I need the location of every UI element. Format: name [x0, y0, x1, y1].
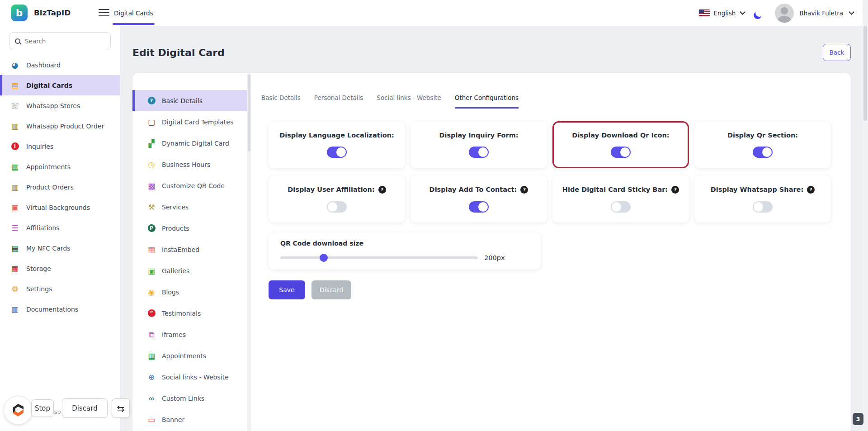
- banner-icon: ▭: [147, 415, 156, 424]
- item-label: Settings: [26, 285, 52, 293]
- toggle-switch-display-inquiry-form[interactable]: [469, 147, 489, 158]
- menu-item-digital-card-templates[interactable]: ▢Digital Card Templates: [132, 111, 247, 133]
- brand[interactable]: b BizTapID: [11, 5, 71, 21]
- recorder-logo-icon[interactable]: [4, 396, 33, 425]
- qr-size-label: QR Code download size: [280, 240, 530, 247]
- sidebar-item-affiliations[interactable]: ☰Affiliations: [0, 218, 120, 238]
- help-icon[interactable]: ?: [378, 186, 386, 194]
- toggle-switch-hide-digital-card-sticky-bar[interactable]: [611, 201, 631, 213]
- avatar: [775, 4, 794, 23]
- toggle-label: Display Whatsapp Share:: [711, 186, 803, 193]
- product-circle-icon: P: [147, 224, 156, 232]
- coins-icon: ☰: [10, 223, 19, 232]
- sidebar-item-inquiries[interactable]: iInquiries: [0, 136, 120, 156]
- active-tab-underline: [113, 23, 155, 25]
- sidebar-item-whatsapp-product-order[interactable]: ▥Whatsapp Product Order: [0, 116, 120, 136]
- sidebar-item-documentations[interactable]: ▥Documentations: [0, 299, 120, 319]
- globe-icon: ⊕: [147, 373, 156, 382]
- calendar-icon: ▦: [10, 162, 19, 171]
- help-icon[interactable]: ?: [671, 186, 679, 194]
- book-icon: ▥: [10, 305, 19, 314]
- topnav-tab-digital-cards[interactable]: Digital Cards: [114, 0, 153, 26]
- menu-item-iframes[interactable]: ⧉Iframes: [132, 324, 247, 345]
- menu-item-galleries[interactable]: ▣Galleries: [132, 260, 247, 281]
- edit-card-panel: ?Basic Details▢Digital Card Templates▞Dy…: [132, 73, 851, 431]
- item-label: Customize QR Code: [162, 182, 225, 189]
- sidebar-nav: ◕Dashboard▤Digital Cards☏Whatsapp Stores…: [0, 55, 120, 319]
- item-label: Business Hours: [162, 161, 210, 168]
- qr-size-slider[interactable]: [280, 256, 478, 259]
- toggle-card-display-download-qr-icon: Display Download Qr Icon:: [552, 121, 689, 168]
- search-input[interactable]: [25, 38, 79, 45]
- sidebar-item-digital-cards[interactable]: ▤Digital Cards: [0, 75, 120, 95]
- menu-item-blogs[interactable]: ◉Blogs: [132, 281, 247, 303]
- item-label: Products: [162, 225, 189, 232]
- language-selector[interactable]: English: [699, 9, 744, 17]
- menu-item-appointments[interactable]: ▦Appointments: [132, 345, 247, 366]
- toggle-switch-display-whatsapp-share[interactable]: [753, 201, 773, 213]
- toggle-label: Display Language Localization:: [279, 132, 394, 139]
- toggle-switch-display-user-affiliation[interactable]: [327, 201, 347, 213]
- sidebar-item-virtual-backgrounds[interactable]: ▣Virtual Backgrounds: [0, 197, 120, 218]
- menu-item-custom-links[interactable]: ∞Custom Links: [132, 388, 247, 409]
- page-scrollbar[interactable]: [863, 0, 868, 431]
- sidebar-item-whatsapp-stores[interactable]: ☏Whatsapp Stores: [0, 95, 120, 116]
- qr-size-card: QR Code download size 200px: [269, 232, 541, 270]
- toggle-switch-display-language-localization[interactable]: [327, 147, 347, 158]
- discard-button[interactable]: Discard: [311, 280, 351, 299]
- tab-other-configurations[interactable]: Other Configurations: [455, 94, 519, 109]
- sidebar-item-appointments[interactable]: ▦Appointments: [0, 156, 120, 177]
- sidebar-item-my-nfc-cards[interactable]: ▤My NFC Cards: [0, 238, 120, 258]
- menu-item-banner[interactable]: ▭Banner: [132, 409, 247, 430]
- storage-icon: ▦: [10, 264, 19, 273]
- user-menu[interactable]: Bhavik Fuletra: [775, 4, 853, 23]
- dark-mode-moon-icon[interactable]: [755, 8, 764, 18]
- menu-item-social-links-website[interactable]: ⊕Social links - Website: [132, 366, 247, 388]
- page-title: Edit Digital Card: [132, 47, 225, 58]
- toggle-switch-display-qr-section[interactable]: [753, 147, 773, 158]
- overlay-discard-button[interactable]: Discard: [62, 398, 108, 418]
- sidebar-item-dashboard[interactable]: ◕Dashboard: [0, 55, 120, 75]
- biztapid-logo-icon: b: [11, 5, 28, 21]
- help-icon[interactable]: ?: [807, 186, 815, 194]
- toggle-label: Display Inquiry Form:: [439, 132, 518, 139]
- menu-item-services[interactable]: ⚒Services: [132, 196, 247, 218]
- form-actions: Save Discard: [269, 280, 851, 299]
- item-label: Whatsapp Product Order: [26, 123, 104, 130]
- crop-icon: ⧉: [147, 330, 156, 339]
- menu-item-instaembed[interactable]: ▦InstaEmbed: [132, 239, 247, 260]
- menu-item-testimonials[interactable]: ”Testimonials: [132, 303, 247, 324]
- tab-personal-details[interactable]: Personal Details: [314, 94, 363, 109]
- menu-item-dynamic-digital-card[interactable]: ▞Dynamic Digital Card: [132, 133, 247, 154]
- help-icon[interactable]: ?: [520, 186, 528, 194]
- menu-item-basic-details[interactable]: ?Basic Details: [132, 90, 247, 111]
- back-button[interactable]: Back: [823, 44, 851, 61]
- tab-basic-details[interactable]: Basic Details: [261, 94, 301, 109]
- toggle-label: Display Download Qr Icon:: [572, 132, 669, 139]
- tab-social-links-website[interactable]: Social links - Website: [377, 94, 441, 109]
- save-button[interactable]: Save: [269, 280, 305, 299]
- card-menu: ?Basic Details▢Digital Card Templates▞Dy…: [132, 90, 247, 430]
- hamburger-menu-icon[interactable]: [99, 9, 109, 19]
- swap-arrows-icon[interactable]: ⇆: [112, 398, 130, 418]
- sidebar-item-settings[interactable]: ⚙Settings: [0, 279, 120, 299]
- calendar-check-icon: ▦: [147, 351, 156, 360]
- gear-icon: ⚙: [10, 284, 19, 294]
- menu-item-business-hours[interactable]: ◷Business Hours: [132, 154, 247, 175]
- toggle-switch-display-download-qr-icon[interactable]: [611, 147, 631, 158]
- search-box[interactable]: [9, 32, 111, 50]
- rss-icon: ◉: [147, 288, 156, 297]
- menu-item-customize-qr-code[interactable]: ▩Customize QR Code: [132, 175, 247, 196]
- item-label: My NFC Cards: [26, 245, 71, 252]
- sidebar-item-product-orders[interactable]: ▥Product Orders: [0, 177, 120, 197]
- menu-item-products[interactable]: PProducts: [132, 218, 247, 239]
- toggle-switch-display-add-to-contact[interactable]: [469, 201, 489, 213]
- sidebar-item-storage[interactable]: ▦Storage: [0, 258, 120, 279]
- slider-thumb[interactable]: [320, 254, 328, 262]
- page-head: Edit Digital Card Back: [132, 44, 851, 61]
- clipboard-icon: ▦: [147, 245, 156, 254]
- card-menu-scrollbar[interactable]: [247, 73, 251, 431]
- stop-button[interactable]: Stop: [31, 399, 54, 417]
- toggle-card-display-inquiry-form: Display Inquiry Form:: [410, 121, 547, 168]
- item-label: Banner: [162, 416, 184, 423]
